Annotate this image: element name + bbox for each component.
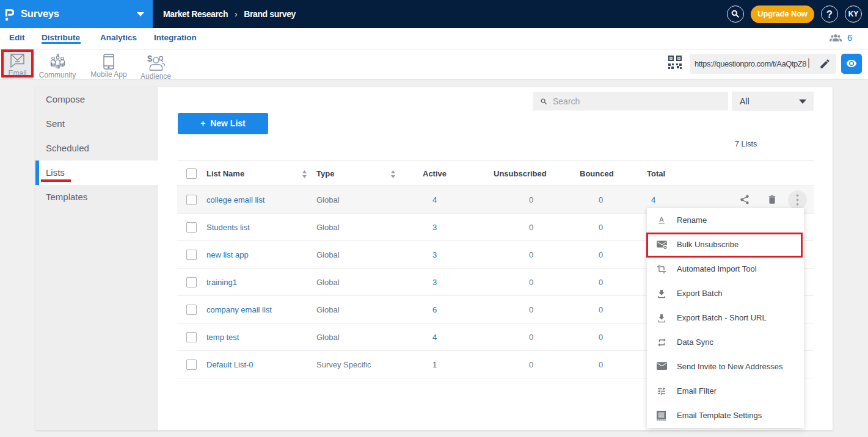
svg-text:$: $ [147,54,153,63]
